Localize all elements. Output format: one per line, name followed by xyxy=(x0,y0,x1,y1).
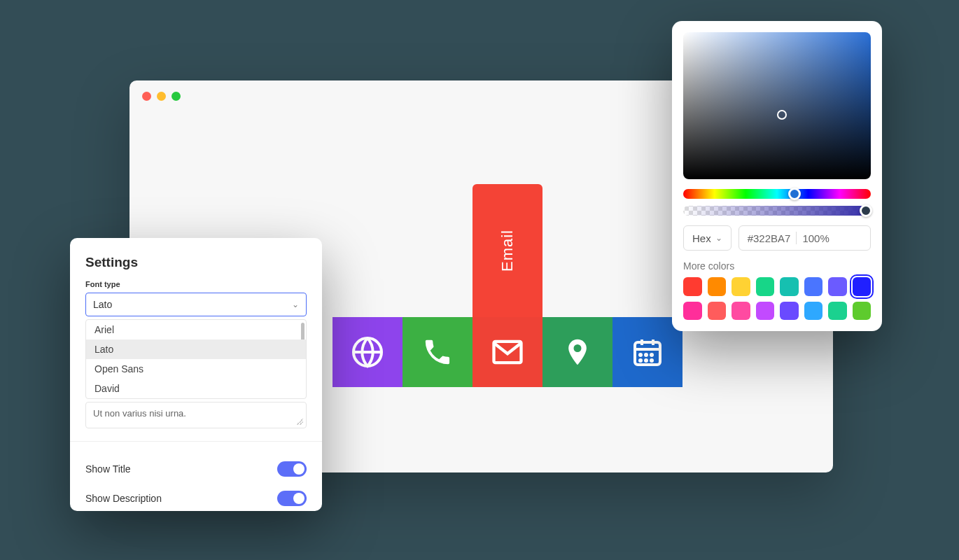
email-icon xyxy=(489,334,526,370)
show-title-toggle[interactable] xyxy=(277,461,307,477)
globe-icon xyxy=(351,335,384,369)
close-icon[interactable] xyxy=(142,92,151,101)
swatch-7[interactable] xyxy=(853,277,872,296)
icon-row xyxy=(332,317,682,387)
show-description-toggle[interactable] xyxy=(277,491,307,506)
email-button[interactable] xyxy=(472,317,542,387)
sv-cursor-icon[interactable] xyxy=(777,110,787,120)
phone-button[interactable] xyxy=(402,317,472,387)
show-description-row: Show Description xyxy=(85,484,307,513)
settings-title: Settings xyxy=(85,255,307,270)
swatch-4[interactable] xyxy=(780,277,799,296)
show-description-label: Show Description xyxy=(85,493,162,504)
font-option-lato[interactable]: Lato xyxy=(86,340,306,359)
font-type-dropdown: Ariel Lato Open Sans David xyxy=(85,319,307,399)
swatch-3[interactable] xyxy=(756,277,775,296)
font-option-ariel[interactable]: Ariel xyxy=(86,320,306,340)
alpha-value: 100% xyxy=(802,232,829,244)
swatch-9[interactable] xyxy=(708,302,727,321)
alpha-cursor-icon[interactable] xyxy=(860,204,872,217)
show-title-label: Show Title xyxy=(85,463,131,475)
divider xyxy=(796,232,797,244)
font-type-value: Lato xyxy=(93,299,112,310)
color-picker-panel: Hex ⌄ #322BA7 100% More colors xyxy=(672,21,882,331)
swatch-8[interactable] xyxy=(683,302,702,321)
email-tooltip: Email xyxy=(472,184,542,317)
email-tooltip-label: Email xyxy=(498,230,517,272)
settings-panel: Settings Font type Lato ⌄ Ariel Lato Ope… xyxy=(70,238,322,511)
chevron-down-icon: ⌄ xyxy=(715,233,722,243)
location-icon xyxy=(562,337,593,368)
swatch-15[interactable] xyxy=(853,302,872,321)
swatch-0[interactable] xyxy=(683,277,702,296)
swatch-12[interactable] xyxy=(780,302,799,321)
swatch-1[interactable] xyxy=(708,277,727,296)
globe-button[interactable] xyxy=(332,317,402,387)
phone-icon xyxy=(421,336,454,368)
hue-cursor-icon[interactable] xyxy=(788,188,801,200)
location-button[interactable] xyxy=(542,317,612,387)
minimize-icon[interactable] xyxy=(157,92,166,101)
show-title-row: Show Title xyxy=(85,454,307,484)
textarea-value: Ut non varius nisi urna. xyxy=(93,408,186,419)
swatch-11[interactable] xyxy=(756,302,775,321)
maximize-icon[interactable] xyxy=(172,92,181,101)
calendar-button[interactable] xyxy=(612,317,682,387)
format-label: Hex xyxy=(692,232,711,244)
swatch-10[interactable] xyxy=(732,302,750,321)
font-option-opensans[interactable]: Open Sans xyxy=(86,359,306,379)
calendar-icon xyxy=(631,335,664,369)
hex-row: Hex ⌄ #322BA7 100% xyxy=(683,225,871,251)
alpha-slider[interactable] xyxy=(683,206,871,216)
swatch-13[interactable] xyxy=(804,302,823,321)
divider xyxy=(70,441,322,442)
more-colors-label: More colors xyxy=(683,260,871,272)
saturation-value-area[interactable] xyxy=(683,32,871,179)
hue-slider[interactable] xyxy=(683,189,871,199)
chevron-down-icon: ⌄ xyxy=(292,300,299,309)
format-select[interactable]: Hex ⌄ xyxy=(683,225,732,251)
swatch-2[interactable] xyxy=(732,277,750,296)
font-type-label: Font type xyxy=(85,280,307,288)
resize-grip-icon[interactable] xyxy=(296,418,303,425)
description-textarea[interactable]: Ut non varius nisi urna. xyxy=(85,402,307,428)
swatches-grid xyxy=(683,277,871,320)
hex-value: #322BA7 xyxy=(748,232,791,244)
swatch-6[interactable] xyxy=(828,277,847,296)
swatch-14[interactable] xyxy=(828,302,847,321)
swatch-5[interactable] xyxy=(804,277,823,296)
font-option-david[interactable]: David xyxy=(86,379,306,398)
hex-input[interactable]: #322BA7 100% xyxy=(738,225,871,251)
font-type-select[interactable]: Lato ⌄ xyxy=(85,293,307,316)
